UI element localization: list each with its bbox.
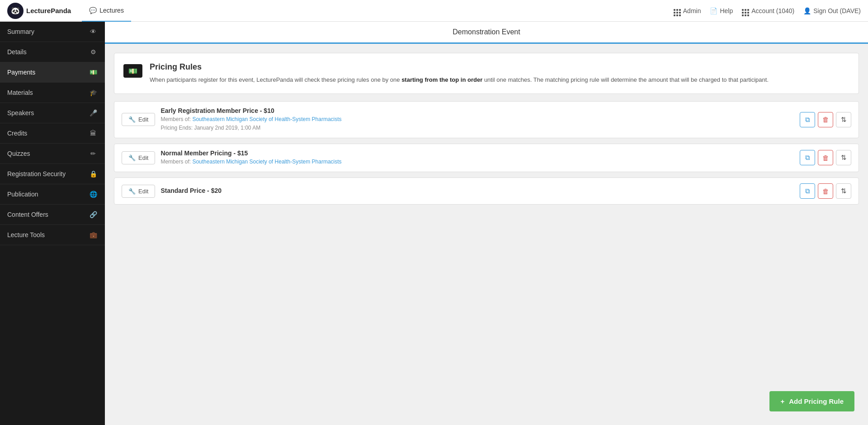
sidebar-label-content-offers: Content Offers — [7, 211, 48, 218]
pricing-rule-row-2: 🔧 Edit Normal Member Pricing - $15 Membe… — [114, 144, 859, 172]
main-layout: Summary 👁 Details ⚙ Payments 💵 Materials… — [0, 22, 868, 425]
content-body: 💵 Pricing Rules When participants regist… — [105, 44, 868, 425]
reorder-rule-2-button[interactable]: ⇅ — [836, 150, 851, 165]
rule-1-pricing-ends: Pricing Ends: January 2nd 2019, 1:00 AM — [160, 125, 260, 131]
add-pricing-rule-button[interactable]: + Add Pricing Rule — [769, 391, 854, 411]
page-title: Demonstration Event — [105, 22, 868, 44]
delete-rule-1-button[interactable]: 🗑 — [818, 112, 833, 127]
copy-rule-3-button[interactable]: ⧉ — [800, 183, 815, 199]
pricing-desc-bold: starting from the top in order — [401, 76, 482, 83]
account-link[interactable]: Account (1040) — [742, 5, 794, 16]
sidebar-item-registration-security[interactable]: Registration Security 🔒 — [0, 164, 105, 184]
bank-icon: 🏛 — [89, 130, 98, 137]
pencil-icon: ✏ — [89, 150, 98, 157]
sidebar-item-summary[interactable]: Summary 👁 — [0, 22, 105, 42]
sidebar-item-speakers[interactable]: Speakers 🎤 — [0, 103, 105, 123]
sidebar-label-summary: Summary — [7, 28, 34, 35]
rule-1-info: Early Registration Member Price - $10 Me… — [160, 107, 794, 132]
pricing-rules-description: Pricing Rules When participants register… — [150, 62, 769, 84]
rule-2-members-name: Southeastern Michigan Society of Health-… — [192, 159, 341, 165]
rule-1-title: Early Registration Member Price - $10 — [160, 107, 794, 114]
edit-rule-3-button[interactable]: 🔧 Edit — [122, 185, 155, 198]
pricing-rule-row-3: 🔧 Edit Standard Price - $20 ⧉ 🗑 ⇅ — [114, 177, 859, 205]
eye-icon: 👁 — [89, 28, 98, 35]
help-link[interactable]: 📄 Help — [710, 7, 733, 14]
help-label: Help — [720, 7, 733, 14]
account-grid-icon — [742, 5, 749, 16]
sidebar-label-quizzes: Quizzes — [7, 150, 30, 157]
plus-icon: + — [780, 397, 784, 405]
sidebar-item-credits[interactable]: Credits 🏛 — [0, 123, 105, 144]
sidebar-label-payments: Payments — [7, 69, 35, 76]
copy-rule-1-button[interactable]: ⧉ — [800, 112, 815, 127]
pricing-rule-row-1: 🔧 Lectures Edit Early Registration Membe… — [114, 101, 859, 138]
sidebar-item-publication[interactable]: Publication 🌐 — [0, 184, 105, 205]
sidebar-label-materials: Materials — [7, 89, 33, 96]
brand-name: LecturePanda — [26, 7, 71, 14]
sidebar-label-speakers: Speakers — [7, 109, 34, 117]
graduation-icon: 🎓 — [89, 89, 98, 96]
signout-label: Sign Out (DAVE) — [813, 7, 861, 14]
money-icon: 💵 — [128, 67, 137, 75]
help-icon: 📄 — [710, 7, 717, 14]
admin-label: Admin — [683, 7, 701, 14]
delete-rule-2-button[interactable]: 🗑 — [818, 150, 833, 165]
pricing-desc-1: When participants register for this even… — [150, 76, 401, 83]
microphone-icon: 🎤 — [89, 109, 98, 117]
pricing-rules-info-card: 💵 Pricing Rules When participants regist… — [114, 53, 859, 94]
admin-link[interactable]: Admin — [674, 5, 701, 16]
sidebar-item-payments[interactable]: Payments 💵 — [0, 62, 105, 83]
wrench-icon-2: 🔧 — [128, 154, 136, 161]
user-icon: 👤 — [803, 7, 811, 14]
sidebar-item-details[interactable]: Details ⚙ — [0, 42, 105, 62]
logo-icon: 🐼 — [7, 3, 24, 19]
reorder-rule-1-button[interactable]: ⇅ — [836, 112, 851, 127]
content-area: Demonstration Event 💵 Pricing Rules When… — [105, 22, 868, 425]
reorder-rule-3-button[interactable]: ⇅ — [836, 183, 851, 199]
wrench-icon-3: 🔧 — [128, 188, 136, 195]
event-title: Demonstration Event — [453, 28, 520, 36]
pricing-icon-box: 💵 — [123, 64, 142, 78]
top-nav-right: Admin 📄 Help Account (1040) 👤 Sign Out (… — [674, 5, 861, 16]
rule-2-actions: ⧉ 🗑 ⇅ — [800, 150, 851, 165]
sidebar-label-lecture-tools: Lecture Tools — [7, 231, 45, 238]
rule-3-info: Standard Price - $20 — [160, 187, 794, 195]
globe-icon: 🌐 — [89, 191, 98, 198]
rule-2-info: Normal Member Pricing - $15 Members of: … — [160, 149, 794, 166]
sidebar-label-registration-security: Registration Security — [7, 170, 66, 177]
sidebar-item-lecture-tools[interactable]: Lecture Tools 💼 — [0, 225, 105, 245]
brand-logo[interactable]: 🐼 LecturePanda — [7, 3, 71, 19]
wrench-icon-1: 🔧 — [128, 116, 136, 123]
pricing-rules-title: Pricing Rules — [150, 62, 769, 72]
edit-rule-2-button[interactable]: 🔧 Edit — [122, 151, 155, 164]
copy-rule-2-button[interactable]: ⧉ — [800, 150, 815, 165]
rule-1-subtitle: Members of: Southeastern Michigan Societ… — [160, 115, 794, 132]
rule-3-title: Standard Price - $20 — [160, 187, 794, 194]
lock-icon: 🔒 — [89, 170, 98, 177]
add-pricing-label: Add Pricing Rule — [789, 397, 844, 405]
edit-rule-1-button[interactable]: 🔧 Lectures Edit — [122, 113, 155, 126]
share-icon: 🔗 — [89, 211, 98, 218]
sidebar-item-content-offers[interactable]: Content Offers 🔗 — [0, 205, 105, 225]
rule-1-actions: ⧉ 🗑 ⇅ — [800, 112, 851, 127]
sidebar-item-materials[interactable]: Materials 🎓 — [0, 83, 105, 103]
rule-3-actions: ⧉ 🗑 ⇅ — [800, 183, 851, 199]
tab-lectures[interactable]: 💬 Lectures — [82, 0, 131, 22]
pricing-rules-body: When participants register for this even… — [150, 75, 769, 84]
admin-grid-icon — [674, 5, 681, 16]
gear-icon: ⚙ — [89, 48, 98, 56]
rule-2-members-label: Members of: — [160, 159, 192, 165]
sidebar-label-details: Details — [7, 48, 27, 56]
briefcase-icon: 💼 — [89, 231, 98, 238]
signout-link[interactable]: 👤 Sign Out (DAVE) — [803, 7, 861, 14]
payment-icon: 💵 — [89, 69, 98, 76]
tab-lectures-label: Lectures — [99, 7, 124, 14]
top-nav: 🐼 LecturePanda 💬 Lectures Admin 📄 Help — [0, 0, 868, 22]
delete-rule-3-button[interactable]: 🗑 — [818, 183, 833, 199]
lectures-icon: 💬 — [89, 7, 97, 14]
pricing-desc-2: until one matches. The matching pricing … — [482, 76, 769, 83]
rule-2-title: Normal Member Pricing - $15 — [160, 149, 794, 157]
sidebar-label-credits: Credits — [7, 130, 27, 137]
sidebar-item-quizzes[interactable]: Quizzes ✏ — [0, 144, 105, 164]
sidebar-label-publication: Publication — [7, 191, 38, 198]
